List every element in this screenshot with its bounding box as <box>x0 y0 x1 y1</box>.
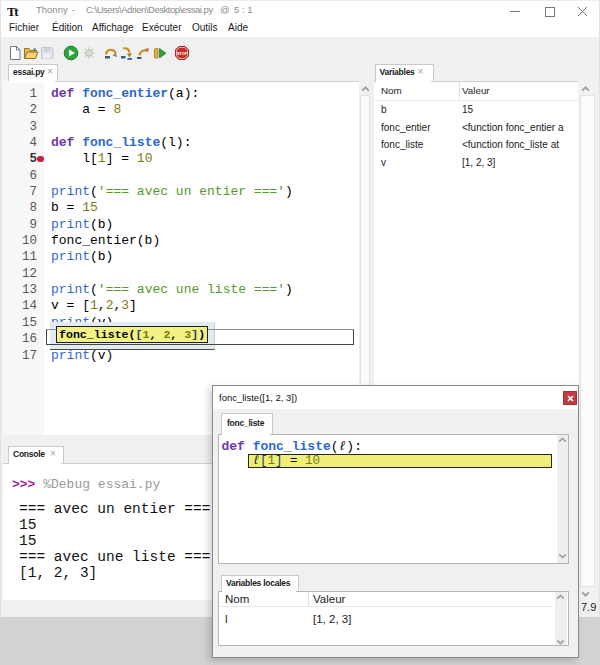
svg-text:STOP: STOP <box>177 51 188 56</box>
